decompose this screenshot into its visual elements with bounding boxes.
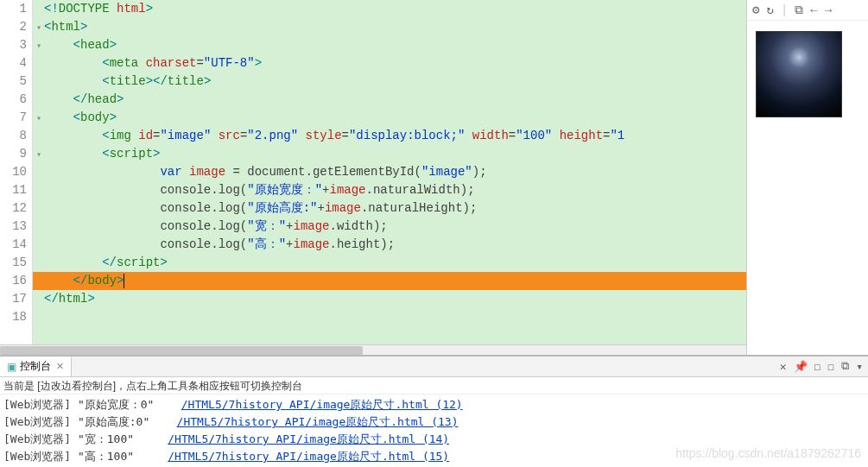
- code-line[interactable]: <title></title>: [33, 73, 746, 91]
- code-lines[interactable]: <!DOCTYPE html> ▾<html> ▾ <head> <meta c…: [33, 0, 746, 344]
- line-number: 10: [0, 163, 27, 181]
- tab-console[interactable]: ▣ 控制台 ✕: [0, 357, 72, 376]
- toolbar-divider: |: [781, 3, 788, 17]
- code-line[interactable]: <meta charset="UTF-8">: [33, 54, 746, 73]
- code-line[interactable]: </script>: [33, 254, 746, 272]
- back-icon[interactable]: ←: [810, 3, 817, 17]
- console-hint: 当前是 [边改边看控制台]，点右上角工具条相应按钮可切换控制台: [0, 377, 868, 394]
- code-line[interactable]: console.log("宽："+image.width);: [33, 218, 746, 236]
- console-row: [Web浏览器] "高：100" /HTML5/7history API/ima…: [3, 448, 865, 465]
- preview-pane: ⚙ ↻ | ⧉ ← →: [747, 0, 868, 355]
- window-icon[interactable]: ⧉: [841, 360, 849, 373]
- forward-icon[interactable]: →: [825, 3, 832, 17]
- scrollbar-thumb[interactable]: [0, 346, 363, 355]
- console-body[interactable]: [Web浏览器] "原始宽度：0" /HTML5/7history API/im…: [0, 394, 868, 467]
- console-source-link[interactable]: /HTML5/7history API/image原始尺寸.html (15): [168, 450, 449, 463]
- code-line[interactable]: ▾ <body>: [33, 109, 746, 127]
- line-number: 17: [0, 290, 27, 308]
- line-number: 11: [0, 181, 27, 199]
- gear-icon[interactable]: ⚙: [752, 3, 759, 17]
- code-line[interactable]: console.log("原始高度:"+image.naturalHeight)…: [33, 199, 746, 218]
- line-gutter: 1 2 3 4 5 6 7 8 9 10 11 12 13 14 15 16 1…: [0, 0, 33, 344]
- console-source-link[interactable]: /HTML5/7history API/image原始尺寸.html (14): [168, 432, 449, 445]
- line-number: 2: [0, 18, 27, 36]
- line-number: 18: [0, 308, 27, 326]
- close-icon[interactable]: ✕: [56, 361, 64, 372]
- line-number: 15: [0, 254, 27, 272]
- code-line[interactable]: <img id="image" src="2.png" style="displ…: [33, 127, 746, 145]
- refresh-icon[interactable]: ↻: [766, 3, 773, 17]
- toggle-icon[interactable]: ☐: [827, 360, 834, 374]
- preview-viewport[interactable]: [747, 21, 868, 355]
- console-row: [Web浏览器] "宽：100" /HTML5/7history API/ima…: [3, 431, 865, 448]
- line-number: 16: [0, 272, 27, 290]
- code-line[interactable]: <!DOCTYPE html>: [33, 0, 746, 18]
- line-number: 6: [0, 91, 27, 109]
- code-line[interactable]: ▾ <head>: [33, 36, 746, 54]
- line-number: 12: [0, 199, 27, 218]
- preview-toolbar: ⚙ ↻ | ⧉ ← →: [747, 0, 868, 21]
- close-icon[interactable]: ✕: [780, 360, 787, 374]
- line-number: 5: [0, 73, 27, 91]
- line-number: 8: [0, 127, 27, 145]
- line-number: 9: [0, 145, 27, 163]
- code-line[interactable]: </head>: [33, 91, 746, 109]
- console-row: [Web浏览器] "原始宽度：0" /HTML5/7history API/im…: [3, 396, 865, 413]
- preview-image: [756, 31, 842, 117]
- code-line[interactable]: ▾<html>: [33, 18, 746, 36]
- dropdown-icon[interactable]: ▾: [856, 360, 863, 374]
- code-line[interactable]: ▾ <script>: [33, 145, 746, 163]
- code-line[interactable]: var image = document.getElementById("ima…: [33, 163, 746, 181]
- pin-icon[interactable]: 📌: [794, 360, 808, 374]
- console-panel: ▣ 控制台 ✕ ✕ 📌 ☐ ☐ ⧉ ▾ 当前是 [边改边看控制台]，点右上角工具…: [0, 355, 868, 467]
- console-right-toolbar: ✕ 📌 ☐ ☐ ⧉ ▾: [775, 357, 868, 376]
- console-icon: ▣: [7, 361, 16, 373]
- console-tab-label: 控制台: [20, 359, 51, 374]
- horizontal-scrollbar[interactable]: [0, 344, 746, 355]
- line-number: 7: [0, 109, 27, 127]
- line-number: 13: [0, 218, 27, 236]
- line-number: 1: [0, 0, 27, 18]
- code-line-highlighted[interactable]: </body>: [33, 272, 746, 290]
- console-row: [Web浏览器] "原始高度:0" /HTML5/7history API/im…: [3, 413, 865, 431]
- editor-pane: 1 2 3 4 5 6 7 8 9 10 11 12 13 14 15 16 1…: [0, 0, 747, 355]
- line-number: 14: [0, 236, 27, 254]
- console-source-link[interactable]: /HTML5/7history API/image原始尺寸.html (12): [181, 398, 463, 411]
- console-tabbar: ▣ 控制台 ✕ ✕ 📌 ☐ ☐ ⧉ ▾: [0, 357, 868, 377]
- line-number: 3: [0, 36, 27, 54]
- text-cursor: [124, 274, 124, 288]
- console-source-link[interactable]: /HTML5/7history API/image原始尺寸.html (13): [177, 415, 459, 428]
- code-line[interactable]: console.log("原始宽度："+image.naturalWidth);: [33, 181, 746, 199]
- code-line[interactable]: console.log("高："+image.height);: [33, 236, 746, 254]
- box-icon[interactable]: ⧉: [795, 3, 803, 17]
- toggle-icon[interactable]: ☐: [814, 360, 821, 374]
- code-line[interactable]: </html>: [33, 290, 746, 308]
- code-editor[interactable]: 1 2 3 4 5 6 7 8 9 10 11 12 13 14 15 16 1…: [0, 0, 746, 344]
- code-line-empty[interactable]: [33, 308, 746, 326]
- line-number: 4: [0, 54, 27, 73]
